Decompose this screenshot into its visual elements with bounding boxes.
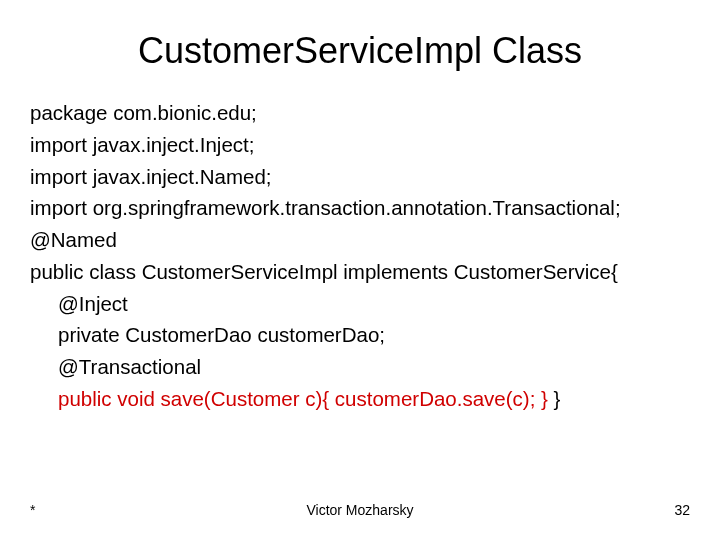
code-line-method: public void save(Customer c){ customerDa… [30, 383, 690, 415]
code-line-transactional: @Transactional [30, 351, 690, 383]
slide: CustomerServiceImpl Class package com.bi… [0, 0, 720, 540]
code-line-import2: import javax.inject.Named; [30, 161, 690, 193]
highlighted-method: public void save(Customer c){ customerDa… [58, 387, 548, 410]
code-line-package: package com.bionic.edu; [30, 97, 690, 129]
page-number: 32 [674, 502, 690, 518]
code-line-named: @Named [30, 224, 690, 256]
slide-title: CustomerServiceImpl Class [30, 30, 690, 72]
footer-left: * [30, 502, 35, 518]
footer-author: Victor Mozharsky [306, 502, 413, 518]
code-line-import1: import javax.inject.Inject; [30, 129, 690, 161]
closing-brace: } [548, 387, 561, 410]
footer: * Victor Mozharsky 32 [30, 502, 690, 518]
code-line-field: private CustomerDao customerDao; [30, 319, 690, 351]
code-line-classdef: public class CustomerServiceImpl impleme… [30, 256, 690, 288]
code-line-import3: import org.springframework.transaction.a… [30, 192, 690, 224]
code-line-inject: @Inject [30, 288, 690, 320]
code-block: package com.bionic.edu; import javax.inj… [30, 97, 690, 415]
